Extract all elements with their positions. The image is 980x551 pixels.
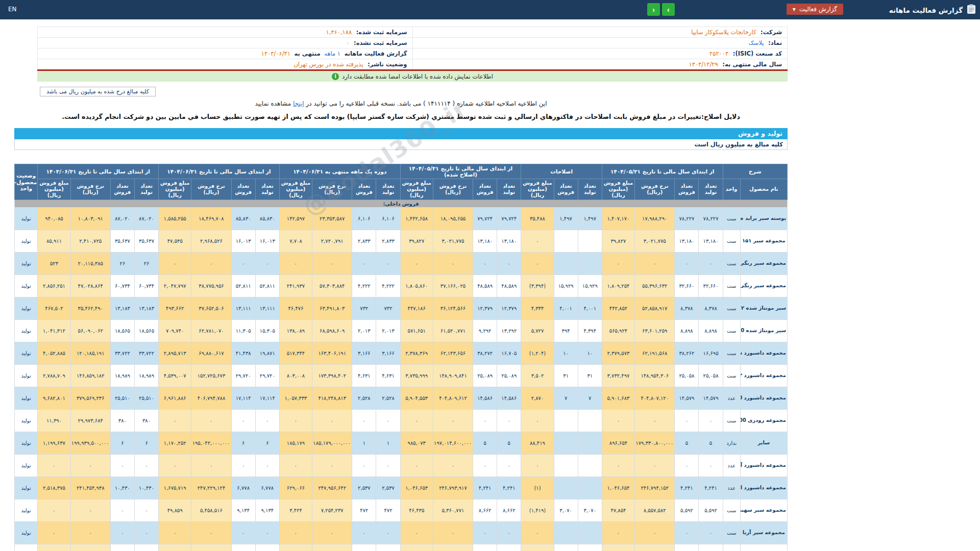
table-row: سپر مونتاژ شده ۲۱۲ست۸,۳۷۸۸,۳۷۸۵۲,۸۵۸,۹۱۷…: [15, 297, 788, 320]
value-cell: ۹,۱۳۴: [231, 499, 255, 522]
value-cell: [578, 410, 602, 432]
value-cell: ۰: [255, 455, 279, 477]
value-cell: ۰: [191, 253, 231, 275]
value-cell: ۱۴,۵۷۹: [675, 387, 699, 410]
report-navigation: › ‹: [647, 3, 675, 16]
isic-label: کد صنعت (ISIC):: [733, 50, 782, 57]
previous-report-button[interactable]: ‹: [647, 3, 660, 16]
value-cell: ۱۷,۱۱۴: [231, 387, 255, 410]
previous-version-link[interactable]: اینجا: [293, 100, 304, 107]
value-cell: ۱۷۹,۳۳۰,۸۰۰,۰۰۰: [635, 432, 675, 455]
company-info-row: کد صنعت (ISIC): ۲۵۲۰۰۴ گزارش فعالیت ماها…: [38, 48, 788, 59]
next-report-button[interactable]: ›: [662, 3, 675, 16]
value-cell: ۴۷۲: [352, 499, 376, 522]
company-name-value[interactable]: کارخانجات پلاسکوکار سایپا: [691, 29, 756, 36]
value-cell: ۰: [376, 455, 400, 477]
value-cell: ۲۹,۶۱۲,۱۸۷: [635, 544, 675, 551]
report-period-length: ۱ ماهه: [324, 50, 340, 57]
value-cell: [578, 522, 602, 544]
value-cell: ۱۳,۱۱۱: [231, 297, 255, 320]
unit-cell: ست: [723, 365, 740, 387]
value-cell: ۲,۸۳۳: [352, 230, 376, 253]
report-type-dropdown[interactable]: گزارش فعالیت ▾: [787, 4, 843, 15]
value-cell: ۰: [433, 522, 473, 544]
value-cell: ۴۷۲: [376, 499, 400, 522]
table-row: مجموعه سپر سهندست۵,۵۹۲۵,۵۹۲۸,۵۵۷,۵۸۲۴۷,۸…: [15, 499, 788, 522]
value-cell: ۰: [497, 455, 521, 477]
value-cell: ۳۸۰: [135, 410, 159, 432]
column-header: تعداد فروش: [110, 179, 134, 200]
value-cell: ۲,۵۲۸: [352, 387, 376, 410]
value-cell: ۴۸۱,۵۸۹: [159, 544, 191, 551]
value-cell: ۰: [376, 253, 400, 275]
value-cell: ۲,۷۸۸,۷۰۹: [38, 365, 70, 387]
value-cell: ۴۸,۵۸۹: [497, 275, 521, 297]
value-cell: ۴,۲۲۲: [376, 275, 400, 297]
value-cell: [554, 410, 578, 432]
value-cell: ۲۵,۰۵۸: [675, 365, 699, 387]
value-cell: ۱۸۵,۱۷۹: [279, 432, 312, 455]
value-cell: ۲۶: [135, 253, 159, 275]
value-cell: [554, 544, 578, 551]
value-cell: ۲,۵۳۷: [352, 477, 376, 499]
value-cell: ۱۷,۱۱۴: [255, 387, 279, 410]
value-cell: ۳۵۶,۹۶۱: [400, 544, 433, 551]
value-cell: ۰: [312, 455, 352, 477]
value-cell: ۰: [433, 455, 473, 477]
column-header: نرخ فروش (ریال): [312, 179, 352, 200]
value-cell: ۱۵,۳۰۵: [255, 320, 279, 342]
value-cell: ۱۲,۰۷۰: [497, 544, 521, 551]
value-cell: ۵۱۷,۳۴۴: [279, 342, 312, 365]
value-cell: ۳۳,۷۲۲: [110, 342, 134, 365]
value-cell: ۲۹,۷۲۰: [231, 365, 255, 387]
value-cell: ۵: [473, 432, 497, 455]
language-toggle[interactable]: EN: [8, 6, 17, 13]
table-row: مجموعه داشبورد sp100عدد۱۴,۵۷۹۱۴,۵۷۹۴۰۴,۸…: [15, 387, 788, 410]
value-cell: ۴,۳۹۴: [578, 320, 602, 342]
isic-value: ۲۵۲۰۰۴: [709, 50, 728, 57]
value-cell: ۴۶۷,۵۰۲: [38, 297, 70, 320]
value-cell: ۲۹,۹۷۳,۶۸۴: [70, 410, 110, 432]
value-cell: ۷,۷۰۸: [279, 230, 312, 253]
product-name-cell: مجموعه داشبورد ۲۱۲: [740, 365, 787, 387]
column-header: تعداد فروش: [352, 179, 376, 200]
value-cell: ۵,۹۰۴,۵۵۳: [400, 387, 433, 410]
value-cell: ۴,۰۰۱: [554, 297, 578, 320]
value-cell: ۰: [400, 455, 433, 477]
value-cell: ۰: [376, 522, 400, 544]
table-row: سایرندارد۵۵۱۷۹,۳۳۰,۸۰۰,۰۰۰۸۹۶,۶۵۴۸۸,۴۱۹۵…: [15, 432, 788, 455]
value-cell: ۸,۳۷۸: [699, 297, 723, 320]
value-cell: ۱۳۸,۰۸۹: [279, 320, 312, 342]
value-cell: ۱,۱۹۹,۶۳۷: [38, 432, 70, 455]
value-cell: ۴۸,۸۷۳,۷۲۵: [312, 544, 352, 551]
value-cell: ۰: [376, 410, 400, 432]
value-cell: ۴۷,۵۳۵: [159, 230, 191, 253]
value-cell: ۱۵,۹۲۹: [554, 275, 578, 297]
symbol-value[interactable]: پلاسک: [748, 39, 764, 46]
value-cell: ۳۹۸,۲۷۳: [38, 544, 70, 551]
value-cell: ۱۸,۹۸۹: [110, 365, 134, 387]
value-cell: ۰: [675, 522, 699, 544]
value-cell: ۵,۹۰۱,۶۸۳: [602, 387, 634, 410]
value-cell: ۰: [159, 253, 191, 275]
value-cell: ۵۲,۸۱۱: [255, 275, 279, 297]
table-row: مجموعه سپر رنگی تیباست۰۰۰۰۰۰۰۰۰۰۰۰۰۰۰۰۰۲…: [15, 253, 788, 275]
value-cell: ۳۲,۹۴۰,۴۲۴: [191, 544, 231, 551]
value-cell: ۱۵۲,۷۲۵,۶۷۳: [191, 365, 231, 387]
value-cell: ۰: [635, 410, 675, 432]
company-info-table: شرکت: کارخانجات پلاسکوکار سایپا سرمایه ث…: [37, 27, 788, 71]
product-name-cell: مجموعه رودری ۲۱۲: [740, 544, 787, 551]
status-cell: تولید: [15, 297, 38, 320]
value-cell: ۱۰,۲۴۰: [110, 544, 134, 551]
value-cell: ۳,۴۲۴: [279, 499, 312, 522]
value-cell: ۱,۱۷۰,۲۵۲: [159, 432, 191, 455]
value-cell: ۵,۵۹۲: [699, 499, 723, 522]
value-cell: ۰: [279, 455, 312, 477]
value-cell: ۲۴۷,۲۲۹,۱۲۴: [191, 477, 231, 499]
value-cell: ۳,۰۲۱,۷۷۵: [433, 230, 473, 253]
table-row: مجموعه سپر آریاست۰۰۰۰۰۰۰۰۰۰۰۰۰۰۰۰۰۰۰۰۰تو…: [15, 522, 788, 544]
value-cell: ۰: [110, 522, 134, 544]
unit-cell: ست: [723, 410, 740, 432]
symbol-label: نماد:: [768, 39, 782, 46]
chevron-down-icon: ▾: [793, 6, 796, 13]
